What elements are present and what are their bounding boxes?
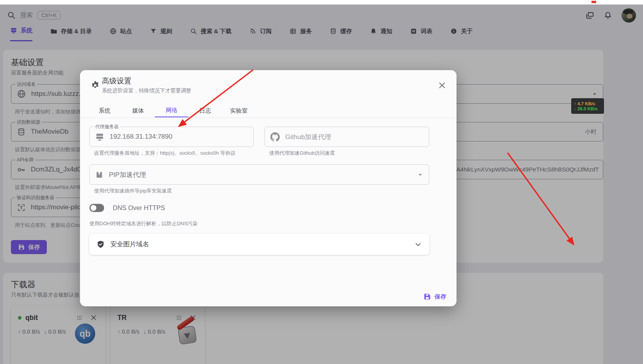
dialog-title: 高级设置 xyxy=(102,76,131,86)
advanced-settings-dialog: 高级设置 系统进阶设置，特殊情况下才需要调整 系统 媒体 网络 日志 实验室 代… xyxy=(80,70,456,306)
doh-setting-row: DNS Over HTTPS xyxy=(89,204,165,212)
dialog-save-button[interactable]: 保存 xyxy=(423,293,446,300)
moviepilot-settings-page: 搜索 Ctrl+K 系统 存储 & 目录 站点 规则 xyxy=(0,0,643,364)
browser-red-indicator xyxy=(591,1,596,3)
shield-check-icon xyxy=(96,240,105,249)
tab-logs[interactable]: 日志 xyxy=(188,104,222,117)
dialog-subtitle: 系统进阶设置，特殊情况下才需要调整 xyxy=(102,87,192,94)
proxy-helper: 设置代理服务器地址，支持：http(s)、socks5、socks5h 等协议 xyxy=(94,150,236,157)
tabs-divider xyxy=(80,118,456,118)
github-icon xyxy=(270,132,280,141)
accordion-label: 安全图片域名 xyxy=(110,240,149,249)
tab-network[interactable]: 网络 xyxy=(155,104,188,117)
pip-proxy-select[interactable]: PIP加速代理 xyxy=(89,164,429,185)
doh-helper: 使用DOH对特定域名进行解析，以防止DNS污染 xyxy=(89,220,197,227)
package-icon xyxy=(95,171,103,179)
tab-lab[interactable]: 实验室 xyxy=(222,104,256,117)
close-icon[interactable] xyxy=(438,81,446,90)
dialog-tabs: 系统 媒体 网络 日志 实验室 xyxy=(88,104,256,117)
save-icon xyxy=(423,293,431,300)
secure-image-accordion[interactable]: 安全图片域名 xyxy=(89,234,429,255)
download-speed: ↓ 26.0 KB/s xyxy=(574,106,601,111)
upload-speed: ↑ 4.7 KB/s xyxy=(574,101,601,106)
toggle-knob xyxy=(91,205,96,211)
lan-server-icon xyxy=(95,133,104,141)
doh-label: DNS Over HTTPS xyxy=(113,204,165,212)
proxy-server-field[interactable]: 代理服务器 192.168.31.134:7890 xyxy=(89,127,254,147)
github-proxy-field[interactable]: Github加速代理 xyxy=(265,127,429,147)
tab-system[interactable]: 系统 xyxy=(88,104,121,117)
proxy-field-value: 192.168.31.134:7890 xyxy=(110,133,172,141)
dialog-save-label: 保存 xyxy=(435,293,446,300)
chevron-down-icon xyxy=(416,171,424,178)
chevron-down-icon xyxy=(414,240,422,249)
github-field-placeholder: Github加速代理 xyxy=(285,133,331,141)
github-helper: 使用代理加速Github访问速度 xyxy=(269,150,335,157)
pip-select-value: PIP加速代理 xyxy=(109,170,146,179)
gear-icon xyxy=(90,80,100,90)
doh-toggle[interactable] xyxy=(89,204,104,212)
browser-edge-strip xyxy=(0,0,643,5)
tab-media[interactable]: 媒体 xyxy=(121,104,155,117)
global-speed-badge: ↑ 4.7 KB/s ↓ 26.0 KB/s xyxy=(571,98,604,114)
proxy-field-label: 代理服务器 xyxy=(94,124,120,130)
pip-helper: 使用代理加速插件等pip库安装速度 xyxy=(94,187,172,194)
